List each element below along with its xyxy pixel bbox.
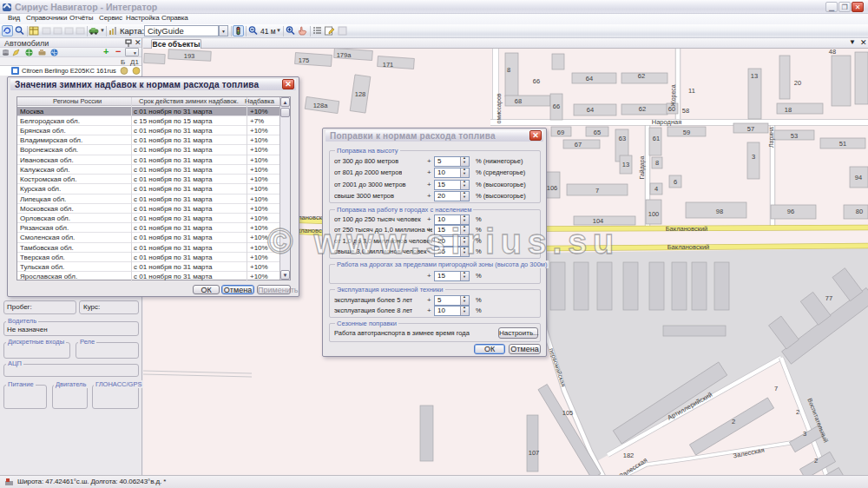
svg-text:77: 77: [825, 294, 832, 302]
svg-text:омиссаров: омиссаров: [496, 93, 503, 123]
svg-text:7: 7: [774, 385, 778, 392]
svg-text:68: 68: [515, 97, 522, 105]
svg-text:3: 3: [803, 430, 806, 438]
svg-text:Баклановский: Баклановский: [667, 243, 710, 251]
svg-text:67: 67: [575, 141, 582, 148]
svg-text:64: 64: [586, 75, 593, 82]
svg-text:61: 61: [653, 135, 660, 142]
svg-text:Баклановский: Баклановский: [666, 225, 708, 233]
svg-text:Гайдара: Гайдара: [639, 155, 646, 179]
svg-text:179а: 179а: [337, 51, 352, 59]
svg-text:13: 13: [751, 72, 758, 80]
svg-text:2: 2: [796, 408, 799, 416]
svg-text:100: 100: [648, 210, 660, 218]
svg-text:2: 2: [732, 418, 735, 425]
svg-text:3: 3: [752, 153, 755, 161]
svg-text:107: 107: [529, 449, 540, 457]
svg-text:20: 20: [794, 79, 801, 87]
svg-text:128: 128: [355, 90, 366, 98]
svg-text:69: 69: [557, 129, 564, 136]
svg-text:11: 11: [688, 87, 695, 95]
svg-text:80: 80: [856, 208, 863, 215]
svg-text:18: 18: [785, 106, 792, 114]
svg-text:8: 8: [507, 66, 510, 74]
svg-text:2: 2: [814, 457, 818, 465]
svg-text:6: 6: [674, 178, 677, 186]
svg-text:59: 59: [683, 129, 690, 136]
svg-text:65: 65: [594, 129, 601, 136]
svg-text:66: 66: [533, 77, 540, 85]
svg-text:62: 62: [639, 105, 646, 113]
svg-text:58: 58: [682, 107, 689, 115]
svg-text:Народная: Народная: [652, 118, 682, 126]
svg-text:57: 57: [747, 125, 754, 133]
svg-text:66: 66: [553, 102, 560, 110]
svg-text:62: 62: [638, 72, 645, 80]
svg-text:171: 171: [383, 61, 394, 69]
svg-text:94: 94: [855, 174, 862, 181]
svg-text:4: 4: [654, 185, 658, 193]
svg-text:106: 106: [547, 184, 558, 192]
svg-text:7: 7: [595, 187, 599, 195]
svg-text:98: 98: [716, 208, 723, 215]
svg-text:104: 104: [593, 217, 604, 225]
svg-text:128а: 128а: [313, 102, 329, 109]
svg-text:64: 64: [587, 106, 594, 114]
svg-text:193: 193: [184, 52, 195, 60]
svg-text:13: 13: [622, 161, 629, 168]
svg-text:Жореса: Жореса: [670, 84, 677, 107]
svg-text:63: 63: [619, 135, 626, 142]
svg-text:51: 51: [839, 140, 846, 148]
svg-text:105: 105: [562, 409, 574, 417]
svg-text:182: 182: [623, 452, 635, 459]
svg-text:Ларина: Ларина: [768, 127, 775, 148]
svg-text:175: 175: [299, 56, 310, 64]
svg-text:8: 8: [655, 159, 659, 167]
svg-text:96: 96: [787, 208, 794, 215]
svg-text:48: 48: [829, 49, 836, 56]
svg-text:53: 53: [791, 132, 798, 140]
